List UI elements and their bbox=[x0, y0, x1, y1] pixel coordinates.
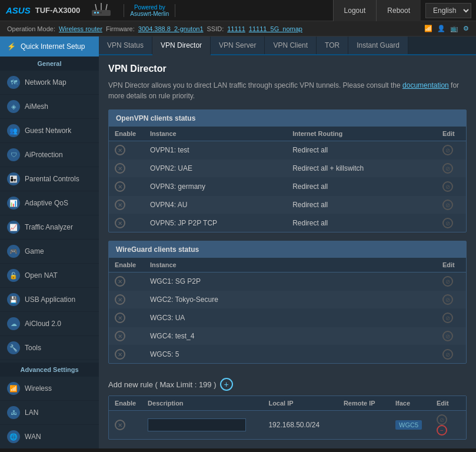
sidebar-item-aimesh[interactable]: ◈ AiMesh bbox=[0, 95, 99, 119]
sidebar-item-network-map[interactable]: 🗺 Network Map bbox=[0, 71, 99, 95]
enable-toggle-5[interactable]: ✕ bbox=[115, 218, 125, 228]
enable-toggle-1[interactable]: ✕ bbox=[115, 145, 125, 155]
sidebar-item-wan[interactable]: 🌐 WAN bbox=[0, 425, 99, 448]
tab-tor[interactable]: TOR bbox=[317, 36, 348, 54]
sidebar-item-tools[interactable]: 🔧 Tools bbox=[0, 336, 99, 360]
sidebar-item-game[interactable]: 🎮 Game bbox=[0, 240, 99, 264]
openvpn-col-edit: Edit bbox=[437, 127, 466, 141]
operation-mode-value[interactable]: Wireless router bbox=[59, 25, 102, 32]
main-content: VPN Status VPN Director VPN Server VPN C… bbox=[99, 36, 476, 448]
sidebar-item-adaptive-qos[interactable]: 📊 Adaptive QoS bbox=[0, 191, 99, 215]
sidebar-item-usb-application[interactable]: 💾 USB Application bbox=[0, 288, 99, 312]
tools-icon: 🔧 bbox=[7, 341, 20, 354]
tab-instant-guard[interactable]: Instant Guard bbox=[348, 36, 408, 54]
rules-col-iface: Iface bbox=[390, 396, 431, 411]
add-rule-label: Add new rule ( Max Limit : 199 ) bbox=[108, 380, 217, 389]
wg-edit-icon-1[interactable]: ⊘ bbox=[442, 276, 453, 287]
language-select[interactable]: English bbox=[425, 3, 471, 18]
wireguard-table: Enable Instance Edit ✕ WGC1: SG P2P ⊘ ✕ bbox=[109, 258, 466, 363]
wg-col-edit: Edit bbox=[437, 258, 466, 272]
sidebar-item-guest-network[interactable]: 👥 Guest Network bbox=[0, 119, 99, 143]
user-icon: 👤 bbox=[437, 25, 445, 32]
usb-application-label: USB Application bbox=[25, 295, 75, 304]
guest-network-icon: 👥 bbox=[7, 124, 20, 137]
sidebar-item-aiprotection[interactable]: 🛡 AiProtection bbox=[0, 143, 99, 167]
rule-row1-iface: WGC5 bbox=[390, 411, 431, 440]
asus-logo: ASUS bbox=[6, 5, 31, 15]
table-row: ✕ WGC2: Tokyo-Secure ⊘ bbox=[109, 291, 466, 309]
edit-icon-2[interactable]: ⊘ bbox=[442, 163, 453, 174]
edit-icon-3[interactable]: ⊘ bbox=[442, 181, 453, 192]
tab-vpn-director[interactable]: VPN Director bbox=[152, 36, 211, 55]
tab-vpn-status[interactable]: VPN Status bbox=[99, 36, 152, 54]
top-nav-buttons: Logout Reboot bbox=[333, 0, 421, 21]
wg-enable-toggle-3[interactable]: ✕ bbox=[115, 313, 125, 323]
rule-edit-icon-1[interactable]: ⊘ bbox=[437, 414, 447, 425]
enable-toggle-2[interactable]: ✕ bbox=[115, 163, 125, 174]
powered-by: Powered by Asuswrt-Merlin bbox=[124, 4, 175, 17]
tab-vpn-server[interactable]: VPN Server bbox=[211, 36, 265, 54]
sidebar-item-traffic-analyzer[interactable]: 📈 Traffic Analyzer bbox=[0, 215, 99, 240]
network-map-icon: 🗺 bbox=[7, 76, 20, 89]
wg-row1-enable: ✕ bbox=[109, 272, 144, 291]
logout-button[interactable]: Logout bbox=[333, 0, 377, 21]
wg-enable-toggle-1[interactable]: ✕ bbox=[115, 276, 125, 287]
wg-edit-icon-2[interactable]: ⊘ bbox=[442, 294, 453, 305]
add-rule-row: Add new rule ( Max Limit : 199 ) + bbox=[108, 372, 467, 396]
openvpn-row3-edit: ⊘ bbox=[437, 178, 466, 196]
wan-label: WAN bbox=[25, 433, 41, 441]
openvpn-row5-routing: Redirect all bbox=[287, 214, 437, 232]
wg-edit-icon-3[interactable]: ⊘ bbox=[442, 313, 453, 323]
game-icon: 🎮 bbox=[7, 245, 20, 258]
parental-controls-icon: 👨‍👧 bbox=[7, 172, 20, 185]
rule-description-input[interactable] bbox=[148, 418, 246, 431]
enable-toggle-3[interactable]: ✕ bbox=[115, 181, 125, 192]
wg-edit-icon-5[interactable]: ⊘ bbox=[442, 349, 453, 360]
rule-delete-icon-1[interactable]: − bbox=[437, 425, 447, 436]
tools-label: Tools bbox=[25, 344, 41, 352]
openvpn-row4-instance: OVPN4: AU bbox=[144, 196, 287, 214]
sidebar-item-lan[interactable]: 🖧 LAN bbox=[0, 401, 99, 425]
ssid-value[interactable]: 11111 bbox=[227, 25, 245, 32]
tab-vpn-client[interactable]: VPN Client bbox=[265, 36, 317, 54]
usb-application-icon: 💾 bbox=[7, 293, 20, 306]
wireless-icon: 📶 bbox=[7, 382, 20, 395]
enable-toggle-4[interactable]: ✕ bbox=[115, 200, 125, 210]
svg-rect-1 bbox=[94, 12, 96, 14]
openvpn-row1-edit: ⊘ bbox=[437, 141, 466, 159]
wireguard-section: WireGuard clients status Enable Instance… bbox=[108, 241, 467, 364]
aicloud-icon: ☁ bbox=[7, 317, 20, 330]
aimesh-label: AiMesh bbox=[25, 102, 48, 111]
wg-enable-toggle-5[interactable]: ✕ bbox=[115, 349, 125, 360]
page-title: VPN Director bbox=[108, 64, 467, 74]
reboot-button[interactable]: Reboot bbox=[376, 0, 421, 21]
svg-line-6 bbox=[106, 4, 107, 10]
documentation-link[interactable]: documentation bbox=[402, 81, 449, 89]
firmware-value[interactable]: 3004.388.8_2-gnuton1 bbox=[138, 25, 204, 32]
quick-setup-icon: ⚡ bbox=[7, 42, 16, 51]
openvpn-row4-edit: ⊘ bbox=[437, 196, 466, 214]
sidebar-item-parental-controls[interactable]: 👨‍👧 Parental Controls bbox=[0, 167, 99, 191]
ssid-5g-value[interactable]: 11111_5G_nomap bbox=[249, 25, 302, 32]
rule-enable-toggle-1[interactable]: ✕ bbox=[115, 420, 125, 430]
add-rule-button[interactable]: + bbox=[220, 378, 233, 391]
wg-row4-edit: ⊘ bbox=[437, 327, 466, 345]
table-row: ✕ OVPN3: germany Redirect all ⊘ bbox=[109, 178, 466, 196]
wireguard-section-header: WireGuard clients status bbox=[109, 241, 466, 258]
sidebar-item-open-nat[interactable]: 🔓 Open NAT bbox=[0, 264, 99, 288]
wg-enable-toggle-2[interactable]: ✕ bbox=[115, 294, 125, 305]
sidebar-item-aicloud[interactable]: ☁ AiCloud 2.0 bbox=[0, 312, 99, 336]
wg-row2-enable: ✕ bbox=[109, 291, 144, 309]
router-svg-icon bbox=[87, 2, 115, 19]
edit-icon-4[interactable]: ⊘ bbox=[442, 200, 453, 210]
wg-row4-enable: ✕ bbox=[109, 327, 144, 345]
sidebar-item-quick-internet-setup[interactable]: ⚡ Quick Internet Setup bbox=[0, 36, 99, 56]
wg-edit-icon-4[interactable]: ⊘ bbox=[442, 331, 453, 341]
wg-row3-enable: ✕ bbox=[109, 309, 144, 327]
wg-enable-toggle-4[interactable]: ✕ bbox=[115, 331, 125, 341]
edit-icon-5[interactable]: ⊘ bbox=[442, 218, 453, 228]
sidebar-item-wireless[interactable]: 📶 Wireless bbox=[0, 377, 99, 401]
table-row: ✕ WGC4: test_4 ⊘ bbox=[109, 327, 466, 345]
aimesh-icon: ◈ bbox=[7, 100, 20, 113]
edit-icon-1[interactable]: ⊘ bbox=[442, 145, 453, 155]
